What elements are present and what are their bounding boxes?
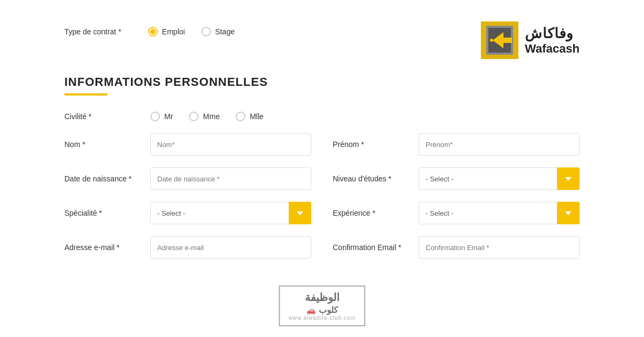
confirmation-email-label: Confirmation Email * [333,243,419,252]
civilite-mme[interactable]: Mme [189,112,219,121]
niveau-select-wrapper: - Select - Bac Bac+2 Bac+3 Bac+5 Doctora… [419,167,580,190]
section-heading-container: INFORMATIONS PERSONNELLES [64,75,580,96]
nom-prenom-row: Nom * Prénom * [64,133,580,156]
top-section: Type de contrat * Emploi Stage [64,21,580,59]
logo-svg [481,21,518,59]
contract-option-stage[interactable]: Stage [201,27,235,36]
logo-container: وفاكاش Wafacash [481,21,580,59]
civilite-options: Mr Mme Mlle [150,112,264,121]
watermark-arabic-line2: كلوب [319,305,338,315]
radio-mlle-circle [236,112,245,121]
contract-emploi-label: Emploi [162,27,185,36]
prenom-right: Prénom * [333,133,580,156]
radio-stage-circle [201,27,211,36]
niveau-label: Niveau d'études * [333,174,419,183]
specialite-left: Spécialité * - Select - Informatique Fin… [64,202,311,224]
logo-icon [481,21,518,59]
email-row: Adresse e-mail * Confirmation Email * [64,236,580,259]
niveau-select[interactable]: - Select - Bac Bac+2 Bac+3 Bac+5 Doctora… [419,167,580,190]
experience-select[interactable]: - Select - 0-1 an 1-3 ans 3-5 ans 5+ ans [419,202,580,224]
confirmation-email-input[interactable] [419,236,580,259]
logo-text-group: وفاكاش Wafacash [525,25,580,56]
specialite-label: Spécialité * [64,209,150,217]
specialite-select-wrapper: - Select - Informatique Finance Marketin… [150,202,311,224]
contract-option-emploi[interactable]: Emploi [148,27,185,36]
date-niveau-row: Date de naissance * Niveau d'études * - … [64,167,580,190]
date-input[interactable] [150,167,311,190]
watermark-icon: الوظيفة [305,291,340,304]
civilite-left: Civilité * Mr Mme Mlle [64,112,311,121]
watermark-sub: www.alwadifa-club.com [289,315,356,321]
nom-label: Nom * [64,140,150,149]
email-left: Adresse e-mail * [64,236,311,259]
specialite-experience-row: Spécialité * - Select - Informatique Fin… [64,202,580,224]
civilite-mlle-label: Mlle [250,112,264,121]
watermark-line2-row: 🚗 كلوب [306,305,338,315]
contract-type-section: Type de contrat * Emploi Stage [64,21,235,36]
email-input[interactable] [150,236,311,259]
watermark-box: الوظيفة 🚗 كلوب www.alwadifa-club.com [279,285,365,326]
watermark-car-icon: 🚗 [306,306,316,314]
prenom-input[interactable] [419,133,580,156]
date-left: Date de naissance * [64,167,311,190]
experience-label: Expérience * [333,209,419,217]
email-label: Adresse e-mail * [64,243,150,252]
contract-stage-label: Stage [215,27,235,36]
civilite-mme-label: Mme [203,112,219,121]
experience-right: Expérience * - Select - 0-1 an 1-3 ans 3… [333,202,580,224]
radio-emploi-circle [148,27,158,36]
civilite-mr[interactable]: Mr [150,112,173,121]
prenom-label: Prénom * [333,140,419,149]
logo-arabic-text: وفاكاش [525,25,574,42]
logo-latin-text: Wafacash [525,42,580,56]
niveau-right: Niveau d'études * - Select - Bac Bac+2 B… [333,167,580,190]
experience-select-wrapper: - Select - 0-1 an 1-3 ans 3-5 ans 5+ ans [419,202,580,224]
date-label: Date de naissance * [64,174,150,183]
radio-mme-circle [189,112,199,121]
contract-type-label: Type de contrat * [64,27,121,36]
civilite-label: Civilité * [64,112,150,121]
page-container: Type de contrat * Emploi Stage [0,0,644,337]
bottom-watermark: الوظيفة 🚗 كلوب www.alwadifa-club.com [279,285,365,326]
civilite-mlle[interactable]: Mlle [236,112,264,121]
nom-input[interactable] [150,133,311,156]
specialite-select[interactable]: - Select - Informatique Finance Marketin… [150,202,311,224]
radio-mr-circle [150,112,160,121]
confirmation-email-right: Confirmation Email * [333,236,580,259]
nom-left: Nom * [64,133,311,156]
contract-type-row: Type de contrat * Emploi Stage [64,27,235,36]
svg-point-5 [490,39,493,42]
civilite-mr-label: Mr [164,112,173,121]
civilite-row: Civilité * Mr Mme Mlle [64,112,580,121]
watermark-arabic-line1: الوظيفة [305,291,340,304]
section-underline [64,93,107,96]
section-heading: INFORMATIONS PERSONNELLES [64,75,580,89]
